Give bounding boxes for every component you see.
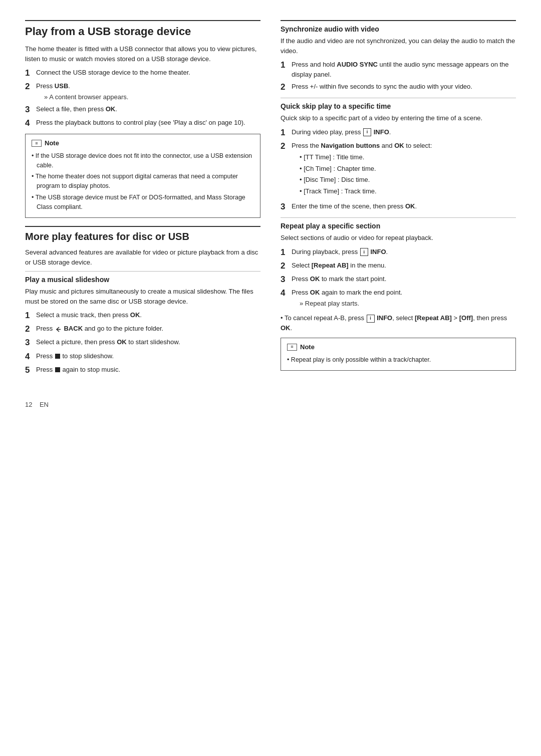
key-info: INFO xyxy=(370,248,386,256)
list-item: The home theater does not support digita… xyxy=(32,172,254,191)
note-box-2: ≡ Note Repeat play is only possible with… xyxy=(281,338,516,371)
step-num: 1 xyxy=(25,68,33,79)
list-item: 1 Select a music track, then press OK. xyxy=(25,310,260,321)
step-num: 4 xyxy=(25,118,33,129)
list-item: 1 Connect the USB storage device to the … xyxy=(25,68,260,79)
note-label: Note xyxy=(45,138,59,148)
step-num: 1 xyxy=(281,247,289,258)
list-item: 3 Select a file, then press OK. xyxy=(25,104,260,115)
step-text: Connect the USB storage device to the ho… xyxy=(36,68,260,79)
list-item: 4 Press the playback buttons to control … xyxy=(25,118,260,129)
skip-steps: 1 During video play, press i INFO. 2 Pre… xyxy=(281,127,516,213)
skip-bullet-list: [TT Time] : Title time. [Ch Time] : Chap… xyxy=(300,152,516,196)
option-off: [Off] xyxy=(459,314,473,322)
list-item: 4 Press OK again to mark the end point. … xyxy=(281,288,516,308)
key-ok: OK xyxy=(130,311,140,319)
list-item: 2 Press BACK and go to the picture folde… xyxy=(25,324,260,335)
key-ok: OK xyxy=(405,202,415,210)
key-usb: USB xyxy=(55,82,68,90)
step-num: 1 xyxy=(281,60,289,79)
list-item: The USB storage device must be FAT or DO… xyxy=(32,193,254,212)
step-num: 2 xyxy=(25,81,33,102)
step-num: 3 xyxy=(281,274,289,285)
step-num: 2 xyxy=(25,324,33,335)
step-num: 4 xyxy=(25,351,33,362)
section1-title: Play from a USB storage device xyxy=(25,20,260,38)
option-disc: [Disc Time] xyxy=(304,176,336,183)
step-text: Press to stop slideshow. xyxy=(36,351,260,362)
step-num: 3 xyxy=(25,104,33,115)
note-bullet-list: If the USB storage device does not fit i… xyxy=(32,151,254,212)
sub-step: Repeat play starts. xyxy=(300,299,516,309)
step-text: Press the playback buttons to control pl… xyxy=(36,118,260,129)
step-text: Press OK again to mark the end point. Re… xyxy=(292,288,516,308)
sync-intro: If the audio and video are not synchroni… xyxy=(281,36,516,56)
option-repeatab: [Repeat AB] xyxy=(312,262,349,269)
list-item: 1 During video play, press i INFO. xyxy=(281,127,516,138)
page-num: 12 xyxy=(25,401,32,408)
list-item: [Ch Time] : Chapter time. xyxy=(300,164,516,174)
step-num: 3 xyxy=(281,201,289,212)
step-num: 2 xyxy=(281,82,289,93)
list-item: 1 During playback, press i INFO. xyxy=(281,247,516,258)
section1-intro: The home theater is fitted with a USB co… xyxy=(25,44,260,64)
slideshow-intro: Play music and pictures simultaneously t… xyxy=(25,287,260,306)
key-info: INFO xyxy=(374,128,389,136)
info-icon: i xyxy=(363,128,371,136)
slideshow-title: Play a musical slideshow xyxy=(25,271,260,284)
list-item: [Track Time] : Track time. xyxy=(300,186,516,196)
step-text: Press the Navigation buttons and OK to s… xyxy=(292,141,516,199)
key-info: INFO xyxy=(377,314,392,322)
step-num: 1 xyxy=(281,127,289,138)
list-item: If the USB storage device does not fit i… xyxy=(32,151,254,170)
stop-icon xyxy=(55,367,60,372)
option-track: [Track Time] xyxy=(304,187,339,195)
step-text: Press again to stop music. xyxy=(36,365,260,376)
step-text: Press OK to mark the start point. xyxy=(292,274,516,285)
note-bullet-list-2: Repeat play is only possible within a tr… xyxy=(287,355,509,365)
list-item: To cancel repeat A-B, press i INFO, sele… xyxy=(281,313,516,333)
slideshow-steps: 1 Select a music track, then press OK. 2… xyxy=(25,310,260,375)
list-item: Repeat play is only possible within a tr… xyxy=(287,355,509,365)
repeat-extra-bullets: To cancel repeat A-B, press i INFO, sele… xyxy=(281,313,516,333)
list-item: 3 Select a picture, then press OK to sta… xyxy=(25,337,260,348)
step-num: 1 xyxy=(25,310,33,321)
step-text: Press and hold AUDIO SYNC until the audi… xyxy=(292,60,516,79)
list-item: 2 Press the Navigation buttons and OK to… xyxy=(281,141,516,199)
step-text: Select [Repeat AB] in the menu. xyxy=(292,261,516,272)
note-box-1: ≡ Note If the USB storage device does no… xyxy=(25,134,260,218)
info-icon: i xyxy=(360,248,368,256)
step-text: Select a file, then press OK. xyxy=(36,104,260,115)
note-label: Note xyxy=(300,342,315,352)
page-footer: 12 EN xyxy=(25,401,516,408)
step-text: Enter the time of the scene, then press … xyxy=(292,201,516,212)
key-nav: Navigation buttons xyxy=(321,142,380,149)
skip-intro: Quick skip to a specific part of a video… xyxy=(281,113,516,123)
step-num: 5 xyxy=(25,365,33,376)
step-text: During playback, press i INFO. xyxy=(292,247,516,258)
step-num: 2 xyxy=(281,261,289,272)
repeat-title: Repeat play a specific section xyxy=(281,217,516,230)
back-icon xyxy=(55,326,62,332)
key-ok: OK xyxy=(310,275,320,283)
stop-icon xyxy=(55,354,60,359)
section1-steps: 1 Connect the USB storage device to the … xyxy=(25,68,260,129)
section2-title: More play features for disc or USB xyxy=(25,226,260,242)
note-header: ≡ Note xyxy=(32,138,254,148)
note-icon: ≡ xyxy=(287,344,297,351)
list-item: 1 Press and hold AUDIO SYNC until the au… xyxy=(281,60,516,79)
key-ok: OK xyxy=(310,289,320,296)
lang-label: EN xyxy=(40,401,49,408)
option-ch: [Ch Time] xyxy=(304,165,332,172)
page-layout: Play from a USB storage device The home … xyxy=(25,20,516,381)
list-item: 2 Press +/- within five seconds to sync … xyxy=(281,82,516,93)
key-ok: OK xyxy=(281,324,291,332)
step-text: Press BACK and go to the picture folder. xyxy=(36,324,260,335)
list-item: 2 Select [Repeat AB] in the menu. xyxy=(281,261,516,272)
sync-title: Synchronize audio with video xyxy=(281,20,516,33)
step-text: During video play, press i INFO. xyxy=(292,127,516,138)
list-item: 5 Press again to stop music. xyxy=(25,365,260,376)
section2-intro: Several advanced features are available … xyxy=(25,247,260,267)
key-ok: OK xyxy=(394,142,404,149)
step-text: Select a music track, then press OK. xyxy=(36,310,260,321)
